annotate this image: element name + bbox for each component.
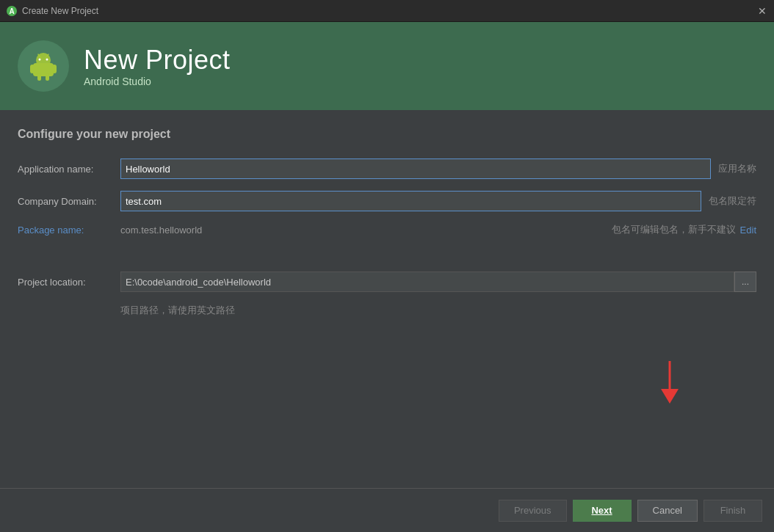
title-bar-text: Create New Project (22, 6, 98, 16)
android-studio-icon: A (6, 5, 18, 17)
browse-button[interactable]: ... (734, 272, 756, 292)
arrow-container (18, 361, 756, 405)
close-button[interactable]: ✕ (756, 5, 768, 17)
company-domain-hint: 包名限定符 (709, 194, 756, 208)
svg-marker-13 (661, 389, 679, 404)
project-location-group: Project location: ... (18, 272, 756, 292)
header-section: New Project Android Studio (0, 22, 774, 110)
package-right-text: 可编辑包名，新手不建议 (631, 223, 736, 236)
main-content: Configure your new project Application n… (0, 110, 774, 488)
title-bar: A Create New Project ✕ (0, 0, 774, 22)
project-location-section: Project location: ... 项目路径，请使用英文路径 (18, 272, 756, 317)
package-right: 可编辑包名，新手不建议 Edit (631, 223, 756, 236)
section-title: Configure your new project (18, 128, 756, 141)
header-subtitle: Android Studio (84, 76, 231, 87)
cancel-button[interactable]: Cancel (637, 500, 698, 522)
svg-rect-6 (37, 73, 41, 81)
company-domain-input[interactable] (120, 191, 701, 211)
project-location-input[interactable] (120, 272, 734, 292)
location-hint: 项目路径，请使用英文路径 (120, 304, 756, 317)
company-domain-label: Company Domain: (18, 196, 120, 207)
arrow-icon (657, 361, 683, 405)
package-name-hint: 包名 (612, 223, 631, 236)
app-name-input[interactable] (120, 158, 711, 179)
svg-point-9 (46, 59, 48, 61)
package-name-group: Package name: com.test.helloworld 包名 可编辑… (18, 223, 756, 236)
svg-rect-5 (52, 65, 57, 73)
svg-rect-3 (33, 63, 54, 76)
svg-rect-7 (46, 73, 49, 81)
package-name-label: Package name: (18, 225, 120, 236)
header-text: New Project Android Studio (84, 45, 231, 87)
android-logo (18, 40, 69, 92)
bottom-bar: Previous Next Cancel Finish (0, 488, 774, 532)
svg-rect-4 (30, 65, 35, 73)
svg-point-8 (39, 59, 41, 61)
edit-link[interactable]: Edit (740, 225, 756, 236)
svg-text:A: A (9, 7, 14, 15)
header-title: New Project (84, 45, 231, 76)
app-name-label: Application name: (18, 164, 120, 175)
previous-button[interactable]: Previous (499, 500, 567, 522)
app-name-group: Application name: 应用名称 (18, 158, 756, 179)
project-location-label: Project location: (18, 277, 120, 288)
company-domain-group: Company Domain: 包名限定符 (18, 191, 756, 211)
package-name-value: com.test.helloworld (120, 225, 604, 236)
app-name-hint: 应用名称 (718, 162, 756, 175)
title-bar-left: A Create New Project (6, 5, 98, 17)
next-button[interactable]: Next (573, 500, 632, 522)
android-icon (27, 50, 59, 82)
finish-button[interactable]: Finish (704, 500, 762, 522)
